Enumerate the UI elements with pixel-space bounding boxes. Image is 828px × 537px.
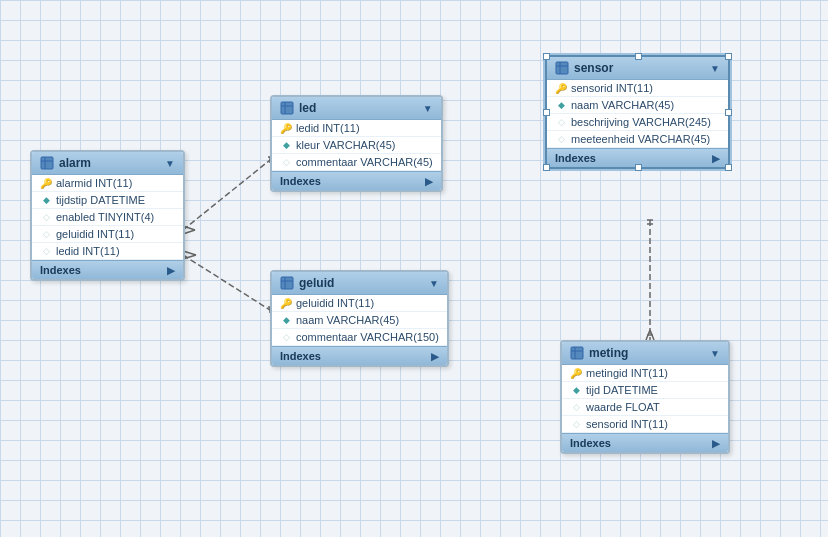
geluid-field-commentaar: ◇ commentaar VARCHAR(150) <box>272 329 447 346</box>
geluid-field-naam: ◆ naam VARCHAR(45) <box>272 312 447 329</box>
indexes-arrow: ▶ <box>712 153 720 164</box>
nullable-icon: ◇ <box>40 211 52 223</box>
meting-table[interactable]: meting ▼ 🔑 metingid INT(11) ◆ tijd DATET… <box>560 340 730 454</box>
meting-field-waarde: ◇ waarde FLOAT <box>562 399 728 416</box>
table-icon <box>570 346 584 360</box>
svg-rect-22 <box>281 277 293 289</box>
sensor-field-meeteenheid: ◇ meeteenheid VARCHAR(45) <box>547 131 728 148</box>
resize-ml[interactable] <box>543 109 550 116</box>
resize-mr[interactable] <box>725 109 732 116</box>
svg-line-13 <box>646 330 650 340</box>
nullable-icon: ◇ <box>555 133 567 145</box>
led-field-kleur: ◆ kleur VARCHAR(45) <box>272 137 441 154</box>
nn-icon: ◆ <box>280 139 292 151</box>
svg-rect-16 <box>41 157 53 169</box>
resize-tc[interactable] <box>635 53 642 60</box>
alarm-field-enabled: ◇ enabled TINYINT(4) <box>32 209 183 226</box>
nn-icon: ◆ <box>280 314 292 326</box>
alarm-table-header: alarm ▼ <box>32 152 183 175</box>
svg-rect-19 <box>281 102 293 114</box>
svg-line-0 <box>183 160 270 230</box>
alarm-field-alarmid: 🔑 alarmid INT(11) <box>32 175 183 192</box>
resize-br[interactable] <box>725 164 732 171</box>
indexes-arrow: ▶ <box>167 265 175 276</box>
led-field-ledid: 🔑 ledid INT(11) <box>272 120 441 137</box>
led-table-name: led <box>299 101 316 115</box>
meting-table-name: meting <box>589 346 628 360</box>
nullable-icon: ◇ <box>555 116 567 128</box>
pk-icon: 🔑 <box>280 122 292 134</box>
svg-rect-28 <box>571 347 583 359</box>
alarm-field-tijdstip: ◆ tijdstip DATETIME <box>32 192 183 209</box>
sensor-menu-arrow[interactable]: ▼ <box>710 63 720 74</box>
table-icon <box>40 156 54 170</box>
alarm-field-ledid: ◇ ledid INT(11) <box>32 243 183 260</box>
table-icon <box>280 276 294 290</box>
resize-bc[interactable] <box>635 164 642 171</box>
meting-indexes[interactable]: Indexes ▶ <box>562 433 728 452</box>
table-icon <box>280 101 294 115</box>
geluid-table-name: geluid <box>299 276 334 290</box>
alarm-field-geluidid: ◇ geluidid INT(11) <box>32 226 183 243</box>
nullable-icon: ◇ <box>280 331 292 343</box>
nn-icon: ◆ <box>570 384 582 396</box>
pk-icon: 🔑 <box>555 82 567 94</box>
sensor-field-naam: ◆ naam VARCHAR(45) <box>547 97 728 114</box>
resize-tr[interactable] <box>725 53 732 60</box>
meting-field-tijd: ◆ tijd DATETIME <box>562 382 728 399</box>
nullable-icon: ◇ <box>40 228 52 240</box>
nullable-icon: ◇ <box>40 245 52 257</box>
meting-menu-arrow[interactable]: ▼ <box>710 348 720 359</box>
geluid-table-header: geluid ▼ <box>272 272 447 295</box>
alarm-menu-arrow[interactable]: ▼ <box>165 158 175 169</box>
table-icon <box>555 61 569 75</box>
svg-line-14 <box>650 330 654 340</box>
svg-rect-25 <box>556 62 568 74</box>
sensor-field-sensorid: 🔑 sensorid INT(11) <box>547 80 728 97</box>
led-field-commentaar: ◇ commentaar VARCHAR(45) <box>272 154 441 171</box>
nn-icon: ◆ <box>555 99 567 111</box>
sensor-field-beschrijving: ◇ beschrijving VARCHAR(245) <box>547 114 728 131</box>
pk-icon: 🔑 <box>280 297 292 309</box>
alarm-indexes[interactable]: Indexes ▶ <box>32 260 183 279</box>
meting-field-sensorid: ◇ sensorid INT(11) <box>562 416 728 433</box>
meting-field-metingid: 🔑 metingid INT(11) <box>562 365 728 382</box>
geluid-indexes[interactable]: Indexes ▶ <box>272 346 447 365</box>
led-indexes[interactable]: Indexes ▶ <box>272 171 441 190</box>
nullable-icon: ◇ <box>280 156 292 168</box>
nullable-icon: ◇ <box>570 401 582 413</box>
resize-bl[interactable] <box>543 164 550 171</box>
geluid-menu-arrow[interactable]: ▼ <box>429 278 439 289</box>
meting-table-header: meting ▼ <box>562 342 728 365</box>
svg-line-5 <box>183 255 270 310</box>
sensor-table[interactable]: sensor ▼ 🔑 sensorid INT(11) ◆ naam VARCH… <box>545 55 730 169</box>
nn-icon: ◆ <box>40 194 52 206</box>
pk-icon: 🔑 <box>40 177 52 189</box>
indexes-arrow: ▶ <box>431 351 439 362</box>
nullable-icon: ◇ <box>570 418 582 430</box>
sensor-table-header: sensor ▼ <box>547 57 728 80</box>
sensor-table-name: sensor <box>574 61 613 75</box>
led-table[interactable]: led ▼ 🔑 ledid INT(11) ◆ kleur VARCHAR(45… <box>270 95 443 192</box>
pk-icon: 🔑 <box>570 367 582 379</box>
geluid-table[interactable]: geluid ▼ 🔑 geluidid INT(11) ◆ naam VARCH… <box>270 270 449 367</box>
indexes-arrow: ▶ <box>712 438 720 449</box>
led-table-header: led ▼ <box>272 97 441 120</box>
geluid-field-geluidid: 🔑 geluidid INT(11) <box>272 295 447 312</box>
resize-tl[interactable] <box>543 53 550 60</box>
alarm-table-name: alarm <box>59 156 91 170</box>
indexes-arrow: ▶ <box>425 176 433 187</box>
led-menu-arrow[interactable]: ▼ <box>423 103 433 114</box>
alarm-table[interactable]: alarm ▼ 🔑 alarmid INT(11) ◆ tijdstip DAT… <box>30 150 185 281</box>
